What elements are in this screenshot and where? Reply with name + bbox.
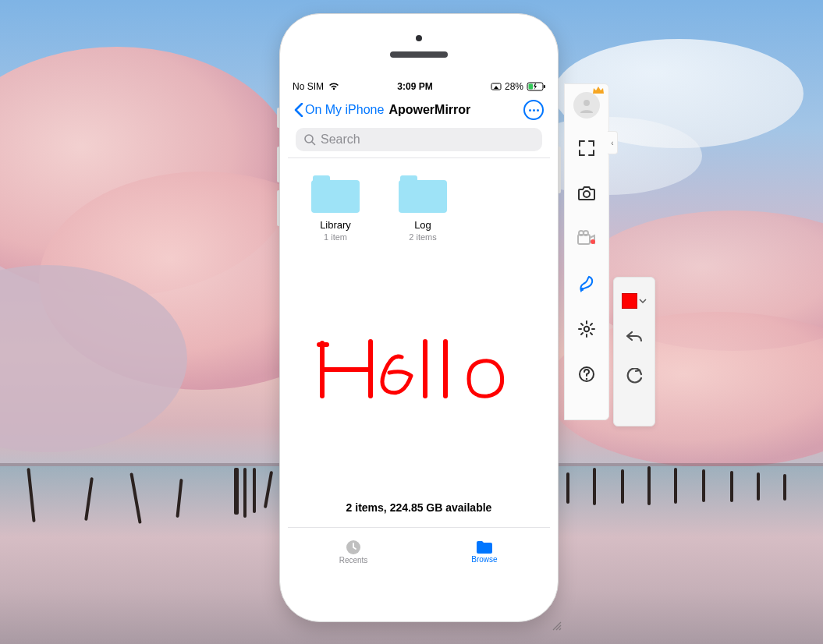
- wallpaper-detail: [243, 468, 247, 518]
- search-placeholder: Search: [321, 133, 360, 147]
- status-clock: 3:09 PM: [397, 81, 432, 92]
- settings-button[interactable]: [571, 313, 602, 345]
- wallpaper-detail: [593, 468, 596, 505]
- undo-icon: [626, 330, 643, 344]
- folder-library[interactable]: Library 1 item: [307, 175, 364, 242]
- phone-mute-switch: [277, 108, 280, 128]
- camera-icon: [577, 185, 596, 202]
- tab-browse[interactable]: Browse: [419, 528, 550, 575]
- redo-button[interactable]: [623, 365, 645, 387]
- record-button[interactable]: [571, 223, 602, 254]
- svg-rect-9: [544, 85, 545, 88]
- ellipsis-icon: [529, 109, 531, 111]
- navigation-bar: On My iPhone ApowerMirror: [288, 95, 550, 125]
- svg-point-19: [580, 288, 584, 291]
- status-bar: No SIM 3:09 PM 28%: [288, 78, 550, 95]
- clock-icon: [345, 539, 362, 556]
- wallpaper-detail: [566, 472, 569, 504]
- wallpaper-detail: [702, 469, 705, 502]
- annotation-stroke: [319, 341, 502, 396]
- gear-icon: [578, 320, 595, 338]
- crown-icon: [592, 86, 605, 95]
- video-camera-icon: [576, 230, 597, 247]
- svg-point-18: [591, 239, 595, 244]
- phone-frame: No SIM 3:09 PM 28% On My iPhone: [279, 13, 559, 622]
- wifi-icon: [328, 83, 339, 90]
- chevron-left-icon: ‹: [611, 139, 613, 147]
- wallpaper-detail: [674, 468, 677, 504]
- svg-point-22: [586, 378, 587, 380]
- phone-front-camera: [416, 35, 422, 41]
- back-button[interactable]: On My iPhone ApowerMirror: [294, 103, 470, 117]
- sidebar-collapse-button[interactable]: ‹: [608, 131, 618, 154]
- folder-icon: [399, 175, 447, 213]
- svg-point-17: [584, 231, 588, 235]
- battery-icon: [527, 82, 545, 91]
- fullscreen-button[interactable]: [571, 133, 602, 164]
- fullscreen-icon: [578, 140, 595, 157]
- folder-subtitle: 1 item: [307, 232, 364, 242]
- screenshot-button[interactable]: [571, 178, 602, 209]
- tab-label: Browse: [471, 555, 497, 564]
- folder-grid: Library 1 item Log 2 items: [288, 158, 550, 259]
- status-battery-percent: 28%: [505, 81, 523, 92]
- wallpaper-detail: [647, 466, 651, 505]
- phone-speaker: [390, 51, 448, 58]
- wallpaper-detail: [757, 472, 760, 501]
- folder-name: Log: [394, 219, 452, 231]
- wallpaper-detail: [730, 471, 733, 502]
- tab-recents[interactable]: Recents: [288, 528, 419, 575]
- folder-icon: [475, 540, 494, 555]
- wallpaper-detail: [621, 469, 624, 504]
- wallpaper-detail: [783, 474, 786, 501]
- svg-rect-15: [578, 235, 590, 244]
- control-sidebar: [564, 83, 609, 420]
- folder-subtitle: 2 items: [394, 232, 452, 242]
- wallpaper-detail: [253, 468, 256, 513]
- phone-screen: No SIM 3:09 PM 28% On My iPhone: [288, 78, 550, 575]
- drawn-annotation-hello: [316, 335, 519, 405]
- undo-button[interactable]: [623, 326, 645, 348]
- svg-point-20: [584, 327, 589, 331]
- draw-flyout: [613, 277, 655, 426]
- color-picker-button[interactable]: [622, 293, 647, 309]
- user-icon: [579, 97, 594, 113]
- search-icon: [303, 133, 316, 146]
- redo-icon: [626, 368, 643, 384]
- draw-button[interactable]: [571, 268, 602, 299]
- page-title: ApowerMirror: [388, 103, 470, 117]
- folder-icon: [311, 175, 360, 213]
- svg-point-13: [584, 100, 590, 106]
- search-field[interactable]: Search: [296, 128, 542, 151]
- storage-summary: 2 items, 224.85 GB available: [288, 501, 550, 514]
- resize-grip-icon[interactable]: [552, 621, 562, 632]
- chevron-down-icon: [639, 297, 647, 305]
- account-button[interactable]: [573, 92, 600, 119]
- status-sim-text: No SIM: [293, 81, 324, 92]
- tab-bar: Recents Browse: [288, 527, 550, 575]
- folder-name: Library: [307, 219, 364, 231]
- brush-icon: [578, 275, 595, 292]
- folder-log[interactable]: Log 2 items: [394, 175, 452, 242]
- phone-volume-down: [277, 190, 280, 226]
- phone-power-button: [558, 147, 561, 193]
- svg-rect-10: [529, 84, 534, 90]
- phone-volume-up: [277, 147, 280, 182]
- help-icon: [578, 366, 595, 383]
- tab-label: Recents: [339, 556, 368, 564]
- back-label: On My iPhone: [305, 103, 384, 117]
- screen-mirror-icon: [491, 83, 502, 90]
- color-swatch: [622, 293, 637, 309]
- more-actions-button[interactable]: [523, 100, 544, 120]
- wallpaper-detail: [234, 468, 239, 515]
- help-button[interactable]: [571, 359, 602, 390]
- svg-point-14: [584, 191, 590, 197]
- chevron-left-icon: [294, 103, 303, 117]
